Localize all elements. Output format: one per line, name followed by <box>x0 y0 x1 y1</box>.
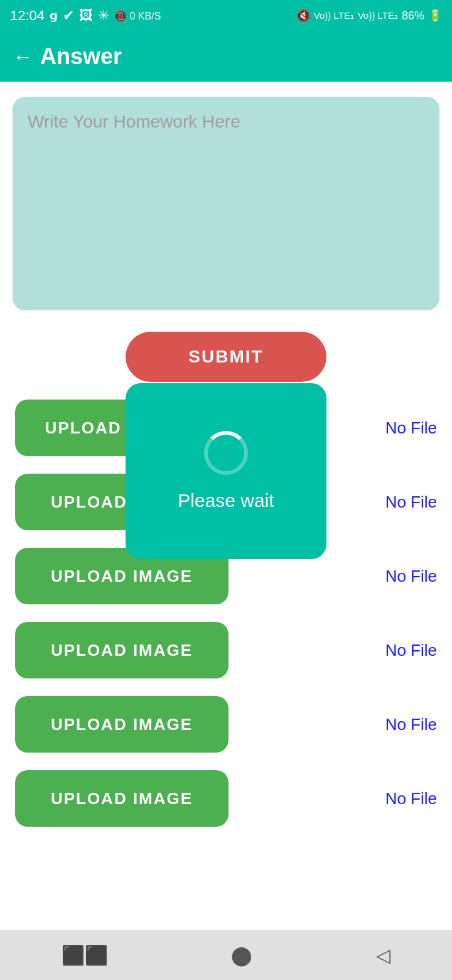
mute-icon: 🔇 <box>296 9 310 23</box>
main-content: SUBMIT UPLOAD IMA No File UPLOAD IMAGE N… <box>0 82 452 974</box>
please-wait-text: Please wait <box>178 490 274 511</box>
status-left: 12:04 𝗴 ✔ 🖼 ✳ 📵 0 KB/S <box>10 8 161 24</box>
lte1-icon: Vo)) LTE₁ <box>314 10 354 21</box>
upload-row-4: UPLOAD IMAGE No File <box>13 622 439 678</box>
top-bar: ← Answer <box>0 31 452 82</box>
upload-button-4[interactable]: UPLOAD IMAGE <box>15 622 229 678</box>
no-file-label-6: No File <box>362 789 437 808</box>
no-file-label-2: No File <box>362 493 437 512</box>
upload-button-5[interactable]: UPLOAD IMAGE <box>15 696 229 753</box>
nav-back-icon[interactable]: ◁ <box>376 944 390 966</box>
clipboard-icon: ✔ <box>63 8 74 24</box>
upload-row-6: UPLOAD IMAGE No File <box>13 770 439 827</box>
grammarly-icon: 𝗴 <box>50 9 58 23</box>
upload-button-6[interactable]: UPLOAD IMAGE <box>15 770 229 827</box>
loading-spinner <box>204 431 248 475</box>
no-file-label-4: No File <box>362 641 437 660</box>
no-file-label-3: No File <box>362 567 437 586</box>
signal-off-icon: 📵 0 KB/S <box>114 10 161 22</box>
status-right: 🔇 Vo)) LTE₁ Vo)) LTE₂ 86% 🔋 <box>296 9 442 23</box>
status-time: 12:04 <box>10 8 45 24</box>
bottom-nav: ⬛⬛ ⬤ ◁ <box>0 930 452 980</box>
nav-recent-icon[interactable]: ⬛⬛ <box>62 944 108 966</box>
image-icon: 🖼 <box>79 8 93 24</box>
nav-home-icon[interactable]: ⬤ <box>231 944 252 966</box>
submit-button[interactable]: SUBMIT <box>126 332 326 382</box>
battery-icon: 🔋 <box>428 9 442 23</box>
homework-input[interactable] <box>13 97 439 310</box>
upload-row-5: UPLOAD IMAGE No File <box>13 696 439 753</box>
settings-icon: ✳ <box>98 8 109 24</box>
status-bar: 12:04 𝗴 ✔ 🖼 ✳ 📵 0 KB/S 🔇 Vo)) LTE₁ Vo)) … <box>0 0 452 31</box>
lte2-icon: Vo)) LTE₂ <box>358 10 398 21</box>
no-file-label-1: No File <box>362 418 437 438</box>
battery-text: 86% <box>402 9 424 23</box>
back-button[interactable]: ← <box>13 45 33 68</box>
no-file-label-5: No File <box>362 715 437 734</box>
loading-overlay: Please wait <box>126 383 326 559</box>
page-title: Answer <box>40 43 122 70</box>
